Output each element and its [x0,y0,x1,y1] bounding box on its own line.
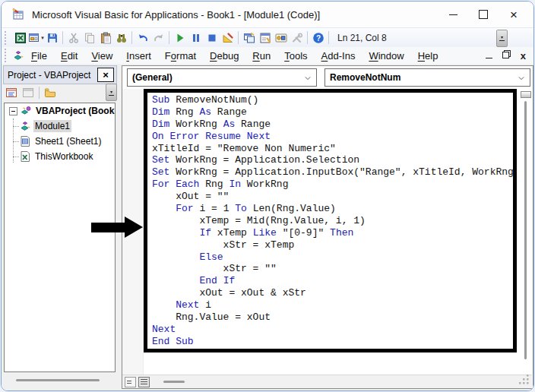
design-mode-button[interactable] [220,30,236,46]
break-button[interactable] [188,30,204,46]
menubar: FileEditViewInsertFormatDebugRunToolsAdd… [2,47,533,65]
project-panel-title: Project - VBAProject [8,70,97,81]
reset-button[interactable] [204,30,220,46]
code-line-12: If xTemp Like "[0-9]" Then [152,227,513,239]
mdi-minimize-button[interactable] [486,53,492,58]
view-object-button[interactable] [20,85,36,100]
workbook-icon [19,150,31,163]
toolbar-items: ▾? [12,30,326,46]
menu-edit[interactable]: Edit [54,49,84,63]
tree-expander-minus[interactable] [9,107,17,115]
redo-button[interactable] [150,30,166,46]
client-area: Project - VBAProject × ▾ VBAProject (Boo… [2,64,533,390]
tree-item-sheet1-sheet1[interactable]: Sheet1 (Sheet1) [5,134,115,149]
tree-connector-stub [13,156,19,157]
code-line-8: For Each Rng In WorkRng [152,179,513,191]
help-button[interactable]: ? [310,30,326,46]
code-line-17: xOut = xOut & xStr [152,287,513,299]
mdi-restore-button[interactable] [502,49,511,62]
save-button[interactable] [44,30,60,46]
minimize-icon [449,14,457,15]
code-line-10: For i = 1 To Len(Rng.Value) [152,203,513,215]
menu-insert[interactable]: Insert [119,49,158,63]
project-panel-header[interactable]: Project - VBAProject × [3,65,117,84]
project-explorer-button[interactable] [241,30,257,46]
object-dropdown[interactable]: (General) [127,68,317,87]
tree-item-label: Module1 [33,120,71,132]
view-microsoft-excel-button[interactable] [12,30,28,46]
split-handle[interactable] [521,91,531,98]
menu-run[interactable]: Run [245,49,277,63]
mdi-close-icon: x [521,50,526,62]
code-horizontal-scrollbar[interactable] [163,381,185,383]
code-line-9: xOut = "" [152,191,513,203]
module-document-icon [12,49,24,62]
find-button[interactable] [113,30,129,46]
undo-button[interactable] [135,30,150,46]
paste-button[interactable] [97,30,113,46]
view-code-button[interactable] [3,85,20,100]
object-browser-button[interactable] [273,30,289,46]
copy-button[interactable] [81,30,97,46]
minimize-button[interactable] [438,5,468,24]
properties-window-icon [259,32,271,44]
maximize-button[interactable] [468,5,499,24]
maximize-icon [479,10,488,19]
run-sub-button[interactable] [172,30,188,46]
procedure-view-icon [127,381,131,381]
project-panel-close-button[interactable]: × [97,68,114,82]
mdi-window-controls: x [486,47,526,64]
toolbar-separator [328,31,329,44]
code-line-13: xStr = xTemp [152,239,513,251]
menu-file[interactable]: File [24,49,54,63]
code-text: Sub RemoveNotNum()Dim Rng As RangeDim Wo… [152,94,513,348]
cut-button[interactable] [65,30,81,46]
properties-window-button[interactable] [257,30,273,46]
worksheet-icon [19,135,31,147]
undo-icon [137,32,149,44]
toolbox-button[interactable] [289,30,305,46]
tree-connector-stub [13,126,19,127]
project-horizontal-scrollbar[interactable] [16,379,100,381]
procedure-dropdown-value: RemoveNotNum [330,72,400,83]
close-button[interactable]: × [499,5,529,24]
help-icon: ? [312,32,324,44]
cursor-position-status: Ln 21, Col 8 [337,33,387,43]
tree-item-module1[interactable]: Module1 [5,119,115,134]
app-icon [12,8,24,21]
mdi-close-button[interactable]: x [521,49,526,62]
menu-view[interactable]: View [84,49,119,63]
full-module-view-button[interactable] [138,377,150,387]
tree-item-thisworkbook[interactable]: ThisWorkbook [5,149,115,164]
menu-format[interactable]: Format [158,49,203,63]
tree-item-label: VBAProject (Book1 [34,105,116,117]
tree-item-vbaproject-book1[interactable]: VBAProject (Book1 [5,103,115,119]
tree-item-label: ThisWorkbook [33,150,94,163]
procedure-dropdown[interactable]: RemoveNotNum [324,68,530,87]
view-object-icon [22,87,34,99]
chevron-down-icon [305,75,311,81]
code-editor[interactable]: Sub RemoveNotNum()Dim Rng As RangeDim Wo… [122,89,532,375]
menubar-grip[interactable] [5,49,8,62]
code-line-2: Dim Rng As Range [152,106,513,119]
annotation-arrow-head [125,217,143,238]
menu-debug[interactable]: Debug [203,49,245,63]
close-icon: × [510,8,518,21]
toggle-folders-button[interactable] [42,85,59,100]
toolbar-separator [131,31,132,44]
tree-item-label: Sheet1 (Sheet1) [33,135,103,147]
menu-window[interactable]: Window [362,49,410,63]
procedure-view-icon [127,383,131,384]
menu-tools[interactable]: Tools [277,49,314,63]
resize-grip[interactable] [519,375,530,385]
insert-userform-button[interactable]: ▾ [28,30,44,46]
toolbar-grip[interactable] [5,31,8,45]
toolbar-overflow-button[interactable]: ▾ [496,30,508,47]
menu-add-ins[interactable]: Add-Ins [315,49,362,63]
code-vertical-scrollbar[interactable] [524,101,527,359]
annotation-arrow-shaft [91,223,125,232]
menu-help[interactable]: Help [411,49,445,63]
panel-toolbar-overflow-button[interactable]: ▾ [106,84,117,101]
procedure-view-button[interactable] [125,377,136,387]
toolbar-separator [307,31,308,44]
